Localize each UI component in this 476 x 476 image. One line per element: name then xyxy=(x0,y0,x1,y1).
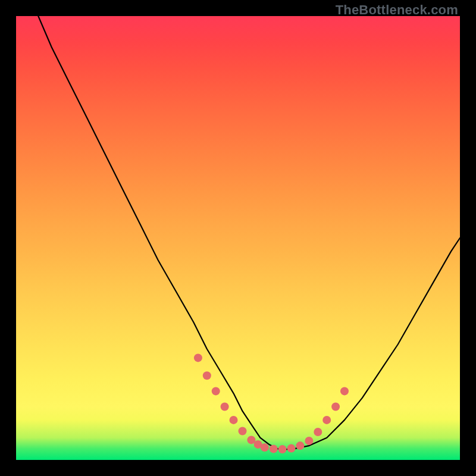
marker-dot xyxy=(270,444,278,453)
marker-dot xyxy=(278,445,287,453)
marker-dot xyxy=(194,353,202,362)
marker-dot xyxy=(331,403,340,411)
chart-svg xyxy=(16,16,460,460)
chart-frame xyxy=(16,16,460,460)
marker-dot xyxy=(287,444,296,453)
marker-dot xyxy=(322,416,331,424)
marker-dot xyxy=(239,427,247,436)
marker-dot xyxy=(340,387,349,395)
bottleneck-curve xyxy=(38,16,460,449)
marker-dot xyxy=(305,437,313,445)
marker-dot xyxy=(296,441,304,450)
marker-dot xyxy=(221,403,229,411)
marker-dot xyxy=(230,416,238,424)
marker-dot xyxy=(203,371,211,380)
marker-dot xyxy=(261,443,269,452)
marker-dot xyxy=(212,387,220,395)
marker-dot xyxy=(314,428,322,436)
